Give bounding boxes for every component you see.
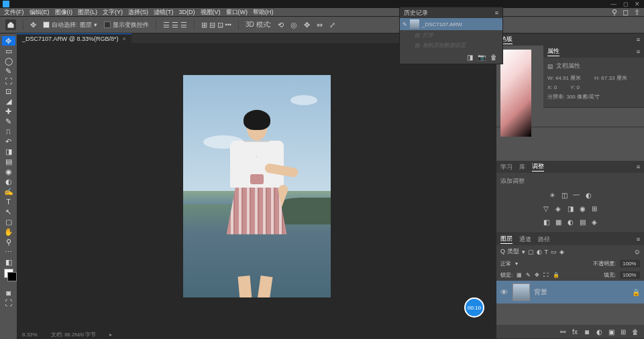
menu-file[interactable]: 文件(F) xyxy=(4,8,24,17)
chevron-right-icon[interactable]: ▸ xyxy=(109,332,112,338)
zoom-level[interactable]: 8.33% xyxy=(22,332,38,338)
blur-tool[interactable]: ◉ xyxy=(2,167,15,176)
layer-thumbnail[interactable] xyxy=(513,283,530,301)
levels-icon[interactable]: ◫ xyxy=(559,190,569,200)
type-tool[interactable]: T xyxy=(2,197,15,206)
brightness-icon[interactable]: ☀ xyxy=(547,190,557,200)
fx-icon[interactable]: fx xyxy=(570,327,580,336)
crop-tool[interactable]: ⛶ xyxy=(2,76,15,86)
panel-menu-icon[interactable]: ≡ xyxy=(637,36,640,43)
filter-text-icon[interactable]: T xyxy=(545,249,549,255)
lock-pixels-icon[interactable]: ✎ xyxy=(526,272,531,278)
filter-adjust-icon[interactable]: ◐ xyxy=(537,249,542,255)
exposure-icon[interactable]: ◐ xyxy=(584,190,593,200)
filter-shape-icon[interactable]: ▭ xyxy=(551,249,557,255)
lock-all-icon[interactable]: 🔒 xyxy=(553,272,559,278)
layers-tab[interactable]: 图层 xyxy=(500,234,513,244)
filter-smart-icon[interactable]: ◈ xyxy=(559,249,564,255)
menu-image[interactable]: 图像(I) xyxy=(55,8,73,17)
slide-icon[interactable]: ⇔ xyxy=(317,21,323,29)
gradient-tool[interactable]: ▤ xyxy=(2,157,15,166)
paths-tab[interactable]: 路径 xyxy=(538,235,550,244)
menu-type[interactable]: 文字(Y) xyxy=(103,8,123,17)
lock-artboard-icon[interactable]: ⛶ xyxy=(543,272,549,278)
menu-filter[interactable]: 滤镜(T) xyxy=(154,8,174,17)
opacity-input[interactable]: 100% xyxy=(620,260,640,267)
checkbox-icon[interactable] xyxy=(43,21,50,28)
eraser-tool[interactable]: ◨ xyxy=(2,147,15,156)
new-document-icon[interactable]: ◨ xyxy=(465,52,474,62)
layer-row[interactable]: 👁 背景 🔒 xyxy=(496,281,644,303)
bw-icon[interactable]: ◨ xyxy=(566,204,575,213)
healing-tool[interactable]: ✚ xyxy=(2,107,15,116)
delete-icon[interactable]: 🗑 xyxy=(631,327,640,336)
menu-help[interactable]: 帮助(H) xyxy=(253,8,274,17)
document-tab[interactable]: _DSC7107.ARW @ 8.33%(RGB/8*) × xyxy=(17,33,131,43)
canvas[interactable]: 00:10 xyxy=(17,43,496,330)
pen-tool[interactable]: ✍ xyxy=(2,187,15,196)
menu-edit[interactable]: 编辑(E) xyxy=(30,8,50,17)
move-tool[interactable]: ✥ xyxy=(2,36,15,46)
lasso-tool[interactable]: ◯ xyxy=(2,56,15,66)
threshold-icon[interactable]: ◐ xyxy=(566,217,575,226)
transform-controls-option[interactable]: 显示变换控件 xyxy=(104,21,149,29)
adjustment-icon[interactable]: ◐ xyxy=(594,327,604,336)
scale-icon[interactable]: ⤢ xyxy=(329,21,335,29)
lock-position-icon[interactable]: ✥ xyxy=(535,272,539,278)
panel-menu-icon[interactable]: ≡ xyxy=(637,163,640,170)
menu-window[interactable]: 窗口(W) xyxy=(226,8,248,17)
history-item[interactable]: ▤ 打开 xyxy=(400,30,502,40)
link-icon[interactable]: ⚯ xyxy=(558,327,568,336)
orbit-icon[interactable]: ⟲ xyxy=(278,21,284,29)
new-layer-icon[interactable]: ⊞ xyxy=(619,327,628,336)
checkbox-icon[interactable] xyxy=(104,21,111,28)
brush-tool[interactable]: ✎ xyxy=(2,117,15,126)
auto-select-option[interactable]: 自动选择: 图层 ▾ xyxy=(43,21,97,29)
filter-toggle-icon[interactable]: ⊙ xyxy=(635,249,640,255)
edit-toolbar[interactable]: ◧ xyxy=(2,257,15,267)
close-icon[interactable]: ✕ xyxy=(635,1,640,7)
hand-tool[interactable]: ✋ xyxy=(2,227,15,236)
align-right-icon[interactable]: ☰ xyxy=(180,21,187,29)
filter-image-icon[interactable]: ▢ xyxy=(528,249,534,255)
chevron-down-icon[interactable]: ▾ xyxy=(515,261,518,267)
curves-icon[interactable]: 〰 xyxy=(572,190,581,200)
distribute-icon[interactable]: ⊞ xyxy=(201,21,207,29)
shape-tool[interactable]: ▢ xyxy=(2,217,15,226)
panel-menu-icon[interactable]: ≡ xyxy=(495,9,498,16)
zoom-tool[interactable]: ⚲ xyxy=(2,237,15,247)
clone-tool[interactable]: ⎍ xyxy=(2,127,15,136)
vibrance-icon[interactable]: ▽ xyxy=(541,204,551,213)
filter-type[interactable]: Q 类型 xyxy=(500,247,519,256)
path-tool[interactable]: ↖ xyxy=(2,207,15,216)
workspace-icon[interactable]: ◻ xyxy=(623,8,629,17)
hue-icon[interactable]: ◈ xyxy=(553,204,563,213)
panel-menu-icon[interactable]: ≡ xyxy=(637,48,640,55)
quick-select-tool[interactable]: ✎ xyxy=(2,66,15,76)
posterize-icon[interactable]: ▦ xyxy=(553,217,563,226)
pan-icon[interactable]: ✥ xyxy=(304,21,310,29)
chevron-down-icon[interactable]: ▾ xyxy=(522,249,525,255)
camera-icon[interactable]: 📷 xyxy=(477,52,486,62)
search-icon[interactable]: ⚲ xyxy=(612,8,617,17)
fill-input[interactable]: 100% xyxy=(620,271,640,279)
visibility-icon[interactable]: 👁 xyxy=(500,288,508,296)
quick-mask-tool[interactable]: ◙ xyxy=(2,288,15,297)
color-picker[interactable] xyxy=(500,50,531,137)
menu-view[interactable]: 视图(V) xyxy=(201,8,221,17)
panel-menu-icon[interactable]: ≡ xyxy=(637,236,640,243)
roll-icon[interactable]: ◎ xyxy=(290,21,297,29)
distribute-icon[interactable]: ⊟ xyxy=(209,21,215,29)
channel-mixer-icon[interactable]: ⊞ xyxy=(590,204,599,213)
marquee-tool[interactable]: ▭ xyxy=(2,46,15,56)
eyedropper-tool[interactable]: ◢ xyxy=(2,96,15,106)
history-snapshot[interactable]: ✎ _DSC7107.ARW xyxy=(400,18,502,30)
blend-mode[interactable]: 正常 xyxy=(500,260,511,267)
minimize-icon[interactable]: — xyxy=(610,1,616,7)
menu-3d[interactable]: 3D(D) xyxy=(179,9,195,15)
layer-name[interactable]: 背景 xyxy=(534,287,547,297)
learn-tab[interactable]: 学习 xyxy=(500,163,513,172)
align-center-icon[interactable]: ☰ xyxy=(172,21,178,29)
chevron-down-icon[interactable]: ▾ xyxy=(94,21,97,28)
dodge-tool[interactable]: ◐ xyxy=(2,177,15,186)
